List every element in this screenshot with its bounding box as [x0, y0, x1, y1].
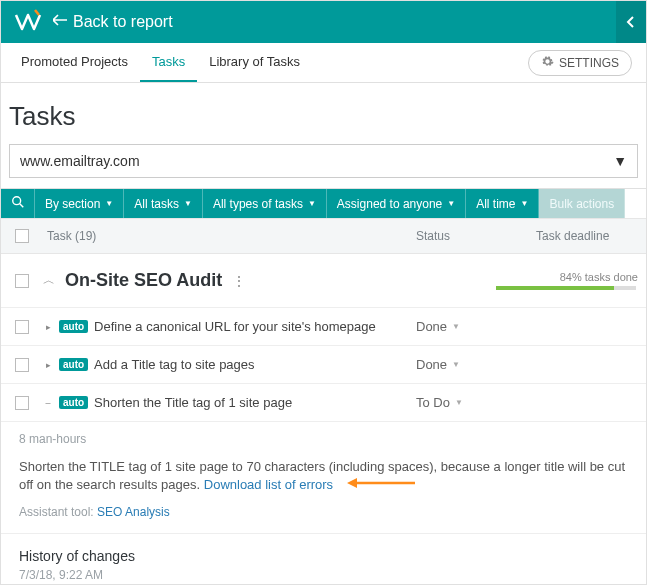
task-description: Shorten the TITLE tag of 1 site page to …	[19, 458, 628, 495]
annotation-arrow-icon	[345, 476, 415, 495]
chevron-down-icon: ▼	[447, 199, 455, 208]
bulk-actions: Bulk actions	[539, 189, 625, 218]
site-select[interactable]: www.emailtray.com ▼	[9, 144, 638, 178]
auto-badge: auto	[59, 358, 88, 371]
table-header: Task (19) Status Task deadline	[1, 218, 646, 254]
task-title[interactable]: Shorten the Title tag of 1 site page	[94, 395, 292, 410]
filter-bar: By section▼ All tasks▼ All types of task…	[1, 188, 646, 218]
search-button[interactable]	[1, 189, 35, 218]
assistant-tool-line: Assistant tool: SEO Analysis	[19, 505, 628, 519]
auto-badge: auto	[59, 320, 88, 333]
filter-by-section[interactable]: By section▼	[35, 189, 124, 218]
chevron-down-icon: ▼	[308, 199, 316, 208]
settings-label: SETTINGS	[559, 56, 619, 70]
back-label: Back to report	[73, 13, 173, 31]
filter-assigned[interactable]: Assigned to anyone▼	[327, 189, 466, 218]
auto-badge: auto	[59, 396, 88, 409]
task-row: ▸ auto Define a canonical URL for your s…	[1, 308, 646, 346]
chevron-down-icon: ▼	[455, 398, 463, 407]
group-name: On-Site SEO Audit	[65, 270, 222, 291]
status-select[interactable]: Done▼	[416, 319, 536, 334]
collapse-panel-button[interactable]	[616, 1, 646, 43]
man-hours: 8 man-hours	[19, 432, 628, 446]
back-arrow-icon	[53, 13, 67, 31]
tab-tasks[interactable]: Tasks	[140, 43, 197, 82]
filter-all-types[interactable]: All types of tasks▼	[203, 189, 327, 218]
chevron-up-icon[interactable]: ︿	[43, 272, 55, 289]
task-title[interactable]: Define a canonical URL for your site's h…	[94, 319, 376, 334]
history-date: 7/3/18, 9:22 AM	[19, 568, 628, 582]
seo-analysis-link[interactable]: SEO Analysis	[97, 505, 170, 519]
progress-bar	[496, 286, 636, 290]
back-to-report-link[interactable]: Back to report	[53, 13, 173, 31]
top-bar: Back to report	[1, 1, 646, 43]
collapse-icon[interactable]: –	[43, 398, 53, 408]
history-heading: History of changes	[19, 548, 628, 564]
chevron-down-icon: ▼	[613, 153, 627, 169]
site-select-value: www.emailtray.com	[20, 153, 140, 169]
svg-point-0	[12, 197, 20, 205]
filter-all-tasks[interactable]: All tasks▼	[124, 189, 203, 218]
task-checkbox[interactable]	[15, 396, 29, 410]
status-select[interactable]: To Do▼	[416, 395, 536, 410]
expand-icon[interactable]: ▸	[43, 360, 53, 370]
download-errors-link[interactable]: Download list of errors	[204, 477, 333, 492]
gear-icon	[541, 55, 554, 71]
chevron-down-icon: ▼	[452, 322, 460, 331]
tab-promoted-projects[interactable]: Promoted Projects	[9, 43, 140, 82]
column-status: Status	[416, 229, 536, 243]
chevron-down-icon: ▼	[521, 199, 529, 208]
task-checkbox[interactable]	[15, 358, 29, 372]
expand-icon[interactable]: ▸	[43, 322, 53, 332]
group-checkbox[interactable]	[15, 274, 29, 288]
task-checkbox[interactable]	[15, 320, 29, 334]
page-title: Tasks	[1, 83, 646, 144]
task-row: – auto Shorten the Title tag of 1 site p…	[1, 384, 646, 422]
chevron-down-icon: ▼	[452, 360, 460, 369]
progress-text: 84% tasks done	[496, 271, 638, 283]
chevron-down-icon: ▼	[184, 199, 192, 208]
filter-all-time[interactable]: All time▼	[466, 189, 539, 218]
kebab-menu-icon[interactable]: ⋮	[232, 273, 246, 289]
tab-library[interactable]: Library of Tasks	[197, 43, 312, 82]
status-select[interactable]: Done▼	[416, 357, 536, 372]
tabs-bar: Promoted Projects Tasks Library of Tasks…	[1, 43, 646, 83]
search-icon	[11, 195, 25, 212]
chevron-down-icon: ▼	[105, 199, 113, 208]
task-title[interactable]: Add a Title tag to site pages	[94, 357, 254, 372]
task-group-row: ︿ On-Site SEO Audit ⋮ 84% tasks done	[1, 254, 646, 308]
app-logo	[13, 7, 43, 37]
select-all-checkbox[interactable]	[15, 229, 29, 243]
column-deadline: Task deadline	[536, 229, 646, 243]
task-detail-panel: 8 man-hours Shorten the TITLE tag of 1 s…	[1, 422, 646, 534]
task-row: ▸ auto Add a Title tag to site pages Don…	[1, 346, 646, 384]
column-task: Task (19)	[43, 229, 416, 243]
settings-button[interactable]: SETTINGS	[528, 50, 632, 76]
